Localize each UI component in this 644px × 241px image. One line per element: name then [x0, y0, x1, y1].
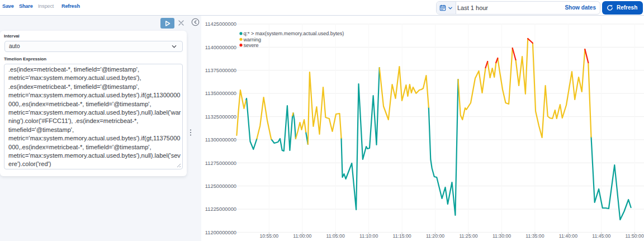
- svg-text:11250000000: 11250000000: [205, 183, 236, 189]
- svg-text:11375000000: 11375000000: [205, 68, 236, 73]
- svg-text:11:45:00: 11:45:00: [592, 233, 610, 239]
- svg-text:11300000000: 11300000000: [205, 137, 236, 143]
- svg-text:11:00:00: 11:00:00: [293, 233, 311, 239]
- svg-text:11325000000: 11325000000: [205, 114, 236, 120]
- svg-text:severe: severe: [244, 42, 259, 48]
- svg-text:warning: warning: [243, 37, 262, 42]
- svg-text:11:40:00: 11:40:00: [559, 233, 577, 239]
- svg-text:11225000000: 11225000000: [205, 206, 236, 212]
- svg-text:11:30:00: 11:30:00: [493, 233, 511, 239]
- svg-text:11425000000: 11425000000: [205, 21, 236, 27]
- svg-text:11200000000: 11200000000: [205, 230, 236, 235]
- svg-text:10:55:00: 10:55:00: [259, 233, 278, 239]
- svg-text:11:05:00: 11:05:00: [326, 233, 345, 239]
- svg-text:11:25:00: 11:25:00: [459, 233, 477, 239]
- svg-text:11:50:00: 11:50:00: [626, 233, 644, 239]
- svg-text:11:15:00: 11:15:00: [393, 233, 411, 239]
- svg-text:q:* > max(system.memory.actual: q:* > max(system.memory.actual.used.byte…: [244, 31, 344, 36]
- svg-text:11350000000: 11350000000: [205, 91, 236, 96]
- svg-text:11400000000: 11400000000: [205, 45, 236, 50]
- svg-text:11:35:00: 11:35:00: [525, 233, 544, 239]
- svg-text:11:20:00: 11:20:00: [426, 233, 444, 239]
- svg-text:11275000000: 11275000000: [205, 160, 236, 166]
- svg-text:11:10:00: 11:10:00: [359, 233, 378, 239]
